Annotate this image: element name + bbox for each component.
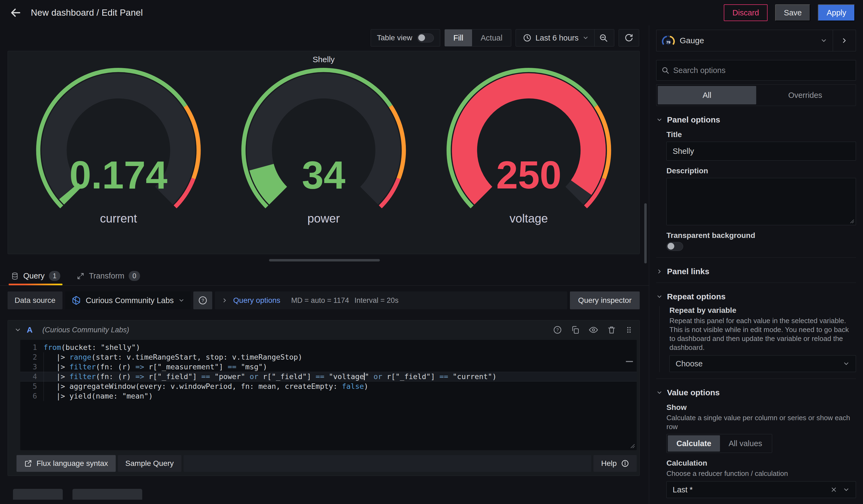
edit-area: Table view Fill Actual Last 6 hours [0,25,649,504]
duplicate-query-icon[interactable] [571,325,580,335]
tab-query[interactable]: Query 1 [9,267,62,285]
editor-resize-grip-icon[interactable] [629,443,635,449]
fill-actual-segmented: Fill Actual [445,29,512,47]
visualization-name: Gauge [680,36,815,45]
svg-text:?: ? [556,328,559,332]
code-text: |> aggregateWindow(every: v.windowPeriod… [43,381,368,391]
query-options-label[interactable]: Query options [233,296,280,305]
discard-button[interactable]: Discard [724,4,767,21]
sample-query-button[interactable]: Sample Query [118,455,182,472]
query-inspector-button[interactable]: Query inspector [570,291,640,309]
clear-x-icon[interactable] [830,486,837,493]
overview-ruler-mark [626,361,633,362]
code-line[interactable]: 2|> range(start: v.timeRangeStart, stop:… [20,352,637,362]
time-range-button[interactable]: Last 6 hours [517,29,594,46]
datasource-label: Data source [8,291,62,309]
collapse-pane-button[interactable] [833,30,856,51]
collapse-chevron-icon[interactable] [14,326,21,333]
calculation-desc: Choose a reducer function / calculation [666,469,856,478]
clock-icon [523,34,531,42]
panel-preview[interactable]: Shelly 0.174 current 34 power 250 voltag… [8,51,640,254]
calculation-select[interactable]: Last * [666,481,856,498]
line-number: 1 [20,343,37,352]
repeat-options-body: Repeat by variable Repeat this panel for… [660,306,856,372]
tab-query-label: Query [23,272,45,280]
panel-options-header[interactable]: Panel options [656,115,856,124]
code-lines: 1from(bucket: "shelly")2|> range(start: … [20,343,637,401]
tab-all[interactable]: All [658,86,756,104]
query-help-icon[interactable]: ? [553,325,562,335]
code-line[interactable]: 5|> aggregateWindow(every: v.windowPerio… [20,381,637,391]
all-values-option[interactable]: All values [720,435,771,452]
info-circle-icon [621,459,629,467]
repeat-options-title: Repeat options [667,292,726,301]
hide-response-eye-icon[interactable] [589,325,598,335]
tab-transform[interactable]: Transform 0 [74,267,142,285]
gauge-label: current [100,212,137,225]
code-line[interactable]: 4|> filter(fn: (r) => r["_field"] == "po… [20,372,637,381]
datasource-row: Data source Curious Community Labs ? Que… [8,291,640,309]
sample-query-label: Sample Query [125,459,174,468]
interval-stat: Interval = 20s [354,297,399,305]
zoom-out-icon [599,33,608,42]
visualization-picker: 79 Gauge [656,30,856,51]
query-options-bar[interactable]: Query options MD = auto = 1174 Interval … [215,291,567,309]
table-view-control: Table view [371,29,440,47]
calculate-option[interactable]: Calculate [668,435,720,452]
gauges-row: 0.174 current 34 power 250 voltage [8,66,639,225]
textarea-resize-grip-icon[interactable] [849,218,854,224]
help-button[interactable]: Help [593,455,637,472]
refresh-button[interactable] [618,29,639,47]
transparent-bg-toggle[interactable] [666,242,683,251]
repeat-options-header[interactable]: Repeat options [656,292,856,301]
back-arrow-icon[interactable] [8,5,23,20]
drag-handle-icon[interactable] [625,325,633,335]
add-expression-button[interactable] [73,489,142,500]
gauge-current: 0.174 current [25,66,212,225]
line-number: 5 [20,381,37,391]
code-line[interactable]: 3|> filter(fn: (r) => r["_measurement"] … [20,362,637,372]
transform-count-badge: 0 [129,271,140,281]
calculation-label: Calculation [666,459,856,467]
influxdb-icon [71,295,82,305]
query-footer: Flux language syntax Sample Query Help [16,455,637,472]
add-query-button[interactable] [13,489,63,500]
datasource-help-button[interactable]: ? [193,291,212,309]
zoom-out-button[interactable] [595,29,612,46]
apply-button[interactable]: Apply [818,4,855,21]
datasource-picker[interactable]: Curious Community Labs [65,291,191,309]
visualization-select[interactable]: 79 Gauge [656,30,833,51]
query-editor-card: A (Curious Community Labs) ? 1from(bucke… [8,320,640,476]
code-line[interactable]: 1from(bucket: "shelly") [20,343,637,352]
repeat-variable-select[interactable]: Choose [670,355,856,372]
tab-overrides[interactable]: Overrides [756,86,855,104]
flux-syntax-button[interactable]: Flux language syntax [16,455,116,472]
table-view-toggle[interactable] [417,34,434,42]
panel-links-header[interactable]: Panel links [656,267,856,276]
actual-option[interactable]: Actual [472,29,511,46]
panel-title-input[interactable] [666,142,856,161]
code-line[interactable]: 6|> yield(name: "mean") [20,391,637,401]
value-options-header[interactable]: Value options [656,388,856,397]
gauge-chart: 34 [230,66,417,212]
panel-description-textarea[interactable] [666,178,856,225]
chevron-down-icon [656,293,663,300]
main-scrollbar-thumb[interactable] [644,203,647,263]
fill-option[interactable]: Fill [445,29,472,46]
query-count-badge: 1 [49,271,60,281]
options-search-input[interactable] [673,66,851,75]
value-options-title: Value options [667,388,720,397]
all-overrides-tabs: All Overrides [656,84,856,106]
panel-resize-handle[interactable] [269,259,380,262]
flux-syntax-label: Flux language syntax [37,459,108,468]
time-picker: Last 6 hours [516,29,614,47]
gauge-value: 250 [496,153,562,197]
code-text: |> range(start: v.timeRangeStart, stop: … [43,352,302,362]
flux-code-editor[interactable]: 1from(bucket: "shelly")2|> range(start: … [20,340,637,450]
remove-query-trash-icon[interactable] [607,325,616,335]
chevron-right-icon [656,268,663,275]
query-ref-id[interactable]: A [27,325,33,335]
repeat-by-variable-label: Repeat by variable [670,306,856,315]
options-search[interactable] [656,60,856,80]
save-button[interactable]: Save [775,4,810,21]
